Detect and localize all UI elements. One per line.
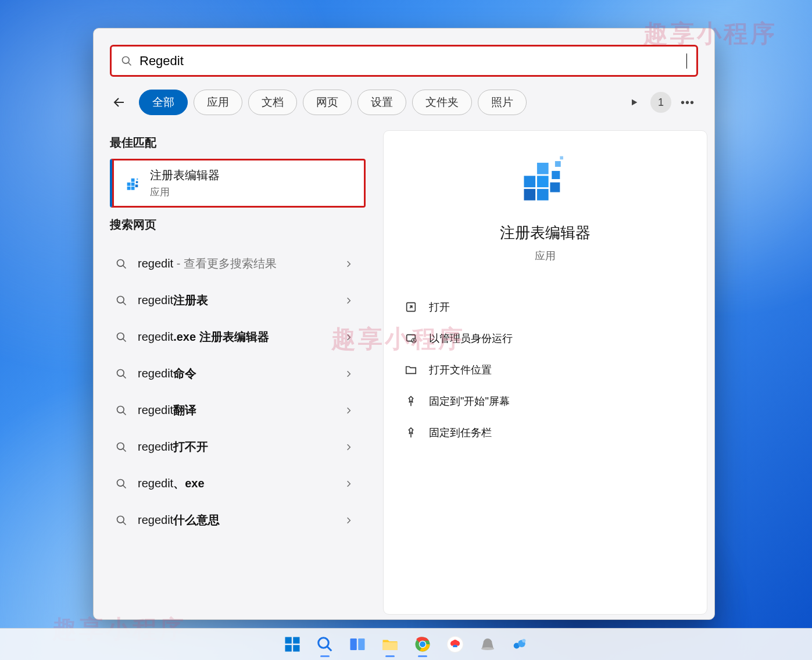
tab-documents[interactable]: 文档: [248, 90, 297, 115]
chevron-right-icon: [345, 516, 353, 525]
taskbar-start[interactable]: [278, 630, 306, 658]
web-search-item[interactable]: regedit.exe 注册表编辑器: [110, 319, 366, 355]
svg-rect-34: [552, 171, 560, 179]
chevron-right-icon: [345, 297, 353, 305]
svg-line-48: [327, 647, 331, 651]
web-search-text: regedit什么意思: [138, 512, 345, 528]
tab-photos[interactable]: 照片: [478, 90, 527, 115]
pin-icon: [405, 395, 417, 408]
svg-point-16: [117, 333, 124, 340]
search-icon: [116, 368, 127, 380]
taskbar-chrome[interactable]: [409, 630, 437, 658]
svg-rect-35: [555, 161, 561, 167]
web-search-list: regedit - 查看更多搜索结果regedit注册表regedit.exe …: [110, 245, 366, 538]
web-search-item[interactable]: regedit打不开: [110, 429, 366, 465]
chevron-right-icon: [345, 406, 353, 415]
taskbar-taskview[interactable]: [344, 630, 371, 658]
search-icon: [116, 515, 127, 526]
svg-rect-28: [524, 176, 535, 187]
svg-rect-45: [285, 645, 291, 651]
search-icon: [116, 478, 127, 490]
web-search-text: regedit翻译: [138, 402, 345, 418]
action-list: 打开以管理员身份运行打开文件位置固定到"开始"屏幕固定到任务栏: [401, 292, 689, 448]
back-button[interactable]: [106, 90, 132, 115]
svg-line-27: [123, 522, 126, 525]
svg-point-57: [481, 647, 494, 650]
detail-sub: 应用: [535, 249, 556, 263]
svg-point-0: [123, 56, 130, 63]
play-button[interactable]: [624, 92, 645, 113]
svg-line-13: [123, 265, 126, 268]
action-admin[interactable]: 以管理员身份运行: [401, 323, 689, 354]
taskbar-baidu-netdisk[interactable]: [441, 630, 469, 658]
svg-marker-3: [632, 99, 637, 106]
tab-settings[interactable]: 设置: [357, 90, 406, 115]
svg-rect-8: [131, 179, 135, 182]
taskbar-search[interactable]: [311, 630, 339, 658]
svg-line-19: [123, 375, 126, 378]
svg-point-20: [117, 406, 124, 413]
web-search-text: regedit - 查看更多搜索结果: [138, 256, 345, 272]
svg-rect-46: [293, 645, 299, 651]
web-search-text: regedit、exe: [138, 476, 345, 491]
taskbar-app-gray[interactable]: [474, 630, 502, 658]
search-icon: [121, 55, 133, 67]
svg-rect-5: [127, 187, 131, 190]
best-match-item[interactable]: 注册表编辑器 应用: [110, 159, 366, 208]
svg-line-25: [123, 485, 126, 488]
search-icon: [116, 295, 127, 306]
text-caret: [686, 53, 687, 69]
svg-line-1: [128, 62, 131, 65]
svg-point-24: [117, 479, 124, 486]
detail-title: 注册表编辑器: [500, 223, 591, 243]
svg-rect-9: [135, 184, 138, 187]
search-icon: [116, 331, 127, 343]
tab-apps[interactable]: 应用: [194, 90, 242, 115]
svg-point-40: [413, 339, 414, 340]
taskbar-explorer[interactable]: [376, 630, 404, 658]
regedit-large-icon: [519, 153, 571, 205]
web-search-text: regedit注册表: [138, 292, 345, 308]
svg-rect-30: [537, 176, 549, 187]
tab-folders[interactable]: 文件夹: [412, 90, 472, 115]
chevron-right-icon: [345, 480, 353, 488]
chevron-right-icon: [345, 443, 353, 451]
more-button[interactable]: •••: [677, 92, 698, 113]
web-search-item[interactable]: regedit翻译: [110, 392, 366, 429]
svg-rect-33: [550, 183, 560, 192]
tab-web[interactable]: 网页: [303, 90, 352, 115]
svg-line-17: [123, 338, 126, 341]
svg-point-12: [117, 259, 124, 266]
open-icon: [405, 301, 417, 313]
svg-point-60: [522, 639, 525, 643]
action-label: 固定到"开始"屏幕: [429, 394, 510, 408]
web-search-text: regedit打不开: [138, 439, 345, 455]
web-search-text: regedit.exe 注册表编辑器: [138, 329, 345, 345]
web-search-item[interactable]: regedit - 查看更多搜索结果: [110, 245, 366, 282]
search-icon: [116, 405, 127, 416]
action-label: 固定到任务栏: [429, 426, 492, 440]
web-search-item[interactable]: regedit、exe: [110, 465, 366, 502]
count-badge[interactable]: 1: [650, 92, 671, 113]
svg-rect-6: [131, 183, 135, 186]
action-pin[interactable]: 固定到"开始"屏幕: [401, 386, 689, 416]
svg-line-21: [123, 412, 126, 415]
svg-rect-10: [136, 181, 138, 184]
tab-all[interactable]: 全部: [139, 90, 188, 115]
web-search-text: regedit命令: [138, 366, 345, 381]
svg-point-26: [117, 516, 124, 523]
best-match-sub: 应用: [150, 185, 220, 199]
action-open[interactable]: 打开: [401, 292, 689, 322]
web-search-item[interactable]: regedit命令: [110, 355, 366, 392]
chevron-right-icon: [345, 370, 353, 378]
action-pin[interactable]: 固定到任务栏: [401, 418, 689, 448]
web-search-item[interactable]: regedit什么意思: [110, 502, 366, 538]
action-folder[interactable]: 打开文件位置: [401, 355, 689, 385]
svg-point-22: [117, 443, 124, 449]
svg-rect-7: [131, 187, 135, 190]
web-search-item[interactable]: regedit注册表: [110, 282, 366, 319]
admin-icon: [405, 332, 417, 345]
search-input[interactable]: [139, 53, 686, 69]
search-bar[interactable]: [110, 45, 698, 77]
taskbar-app-blue[interactable]: [506, 630, 534, 658]
